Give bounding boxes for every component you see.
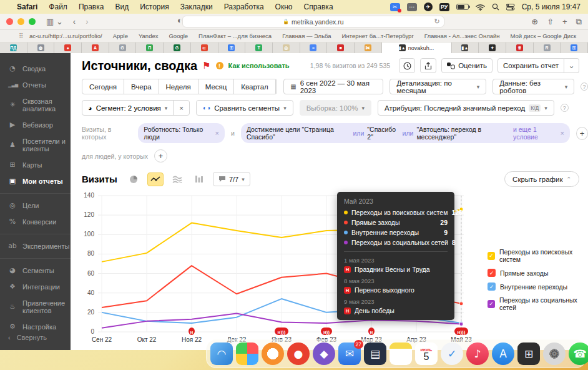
browser-tab[interactable]: ◎ bbox=[273, 42, 300, 53]
dock-app-store-icon[interactable]: A bbox=[492, 342, 514, 365]
legend-checkbox[interactable]: ✓ bbox=[488, 282, 496, 291]
browser-tab[interactable]: ▮▲ bbox=[452, 42, 479, 53]
pie-chart-type-icon[interactable] bbox=[125, 172, 142, 186]
bookmark-item[interactable]: Главная - Ал...знес Онлайн bbox=[424, 32, 500, 39]
dock-calculator-icon[interactable]: ⊞ bbox=[517, 342, 540, 365]
period-месяц[interactable]: Месяц bbox=[198, 79, 235, 94]
menu-item[interactable]: Справка bbox=[298, 2, 338, 11]
dock-finder-icon[interactable]: ◠ bbox=[210, 342, 233, 365]
sidebar-item-посетители-и-клиенты[interactable]: ♟Посетители и клиенты bbox=[0, 133, 71, 157]
address-bar[interactable]: 🔒 metrika.yandex.ru ↻ bbox=[182, 16, 444, 28]
input-language-indicator[interactable]: РУ bbox=[439, 3, 449, 11]
legend-checkbox[interactable]: ✓ bbox=[488, 252, 495, 260]
sidebar-toggle-icon[interactable]: ▥ ⌄ bbox=[44, 17, 65, 26]
dock-app-dark-icon[interactable]: ▤ bbox=[364, 342, 386, 365]
period-сегодня[interactable]: Сегодня bbox=[82, 79, 124, 94]
history-button[interactable] bbox=[399, 58, 415, 73]
menu-item[interactable]: Правка bbox=[73, 2, 110, 11]
back-button[interactable]: ‹ bbox=[71, 17, 77, 26]
menu-item[interactable]: Окно bbox=[270, 2, 298, 11]
browser-tab[interactable]: ⊂ bbox=[191, 42, 218, 53]
attribution-info-icon[interactable]: ? bbox=[561, 104, 569, 112]
bar-chart-type-icon[interactable] bbox=[191, 172, 207, 186]
bookmark-item[interactable]: Главная — Эльба bbox=[282, 32, 331, 39]
browser-tab[interactable]: А bbox=[82, 42, 109, 53]
sidebar-item-карты[interactable]: ⊞Карты bbox=[0, 157, 71, 173]
detail-dropdown[interactable]: Детализация: по месяцам▾ bbox=[390, 79, 486, 94]
hide-graph-button[interactable]: Скрыть график ⌃ bbox=[504, 171, 579, 187]
sidebar-item-вебвизор[interactable]: ▶Вебвизор bbox=[0, 117, 71, 133]
new-tab-button[interactable]: + bbox=[562, 17, 567, 26]
menu-item[interactable]: Файл bbox=[43, 2, 73, 11]
area-chart-type-icon[interactable] bbox=[169, 172, 185, 186]
dock-things-icon[interactable]: ✓ bbox=[441, 342, 463, 365]
favorites-grid-icon[interactable]: ⠿ bbox=[19, 32, 23, 39]
dock-notes-icon[interactable]: ≡ bbox=[390, 342, 412, 365]
how-to-use-link[interactable]: Как использовать bbox=[228, 62, 290, 69]
menu-item[interactable]: История bbox=[134, 2, 175, 11]
period-вчера[interactable]: Вчера bbox=[124, 79, 159, 94]
annotations-dropdown[interactable]: 7/7 ▾ bbox=[213, 172, 250, 186]
menu-item[interactable]: Разработка bbox=[218, 2, 270, 11]
dock-music-icon[interactable]: ♪ bbox=[466, 342, 489, 365]
privacy-shield-icon[interactable]: ◐ bbox=[177, 16, 182, 28]
add-visit-condition-button[interactable]: + bbox=[576, 127, 588, 140]
wifi-icon[interactable] bbox=[476, 4, 485, 11]
period-год[interactable]: Год bbox=[276, 79, 277, 94]
bookmark-flag-icon[interactable]: ⚑ bbox=[202, 60, 210, 71]
sidebar-item-эксперименты[interactable]: abЭксперименты bbox=[0, 238, 71, 254]
telegram-status-icon[interactable]: ✈ bbox=[424, 2, 433, 11]
downloads-icon[interactable]: ⊕ bbox=[531, 17, 538, 26]
bookmark-item[interactable]: Yandex bbox=[139, 32, 159, 39]
display-status-icon[interactable]: ⋯ bbox=[407, 3, 417, 11]
dock-launchpad-icon[interactable] bbox=[236, 342, 258, 365]
menu-bar-clock[interactable]: Ср, 5 июля 19:47 bbox=[522, 2, 581, 11]
data-mode-help-icon[interactable]: ? bbox=[581, 82, 588, 91]
active-tab[interactable]: ▮▲novakuh... bbox=[382, 42, 452, 53]
window-controls[interactable] bbox=[6, 18, 36, 25]
browser-tab[interactable]: ≡ bbox=[300, 42, 328, 53]
browser-tab[interactable]: G bbox=[109, 42, 137, 53]
legend-item[interactable]: ✓Переходы из поисковых систем bbox=[488, 248, 588, 263]
dock-app-red-icon[interactable]: ● bbox=[287, 342, 310, 365]
browser-tab[interactable]: ■ bbox=[327, 42, 355, 53]
period-квартал[interactable]: Квартал bbox=[234, 79, 275, 94]
legend-item[interactable]: ✓Внутренние переходы bbox=[488, 282, 588, 291]
browser-tab[interactable]: ✦ bbox=[479, 42, 506, 53]
segment-dropdown[interactable]: ◕ Сегмент: 2 условия▾ bbox=[82, 101, 173, 115]
browser-tab[interactable]: ⚿ bbox=[218, 42, 246, 53]
control-center-icon[interactable] bbox=[506, 4, 515, 11]
reload-icon[interactable]: ↻ bbox=[434, 18, 440, 26]
robots-filter-chip[interactable]: Роботность: Только люди × bbox=[138, 123, 225, 143]
browser-tab[interactable]: ● bbox=[54, 42, 82, 53]
sampling-dropdown[interactable]: Выборка: 100%▾ bbox=[300, 100, 371, 116]
browser-tab[interactable]: G bbox=[164, 42, 191, 53]
close-window-button[interactable] bbox=[6, 18, 13, 25]
chip-close-icon[interactable]: × bbox=[561, 129, 564, 137]
minimize-window-button[interactable] bbox=[17, 18, 24, 25]
sidebar-item-цели[interactable]: ◎Цели bbox=[0, 198, 71, 214]
add-people-condition-button[interactable]: + bbox=[154, 149, 167, 162]
rate-button[interactable]: Оценить bbox=[441, 58, 492, 73]
sidebar-item-сквозная-аналитика[interactable]: ✳Сквозная аналитика bbox=[0, 93, 71, 117]
sidebar-item-сегменты[interactable]: ◕Сегменты bbox=[0, 262, 71, 279]
browser-tab[interactable]: ПД bbox=[0, 42, 27, 53]
sidebar-item-конверсии[interactable]: %Конверсии bbox=[0, 214, 71, 230]
app-status-icon[interactable]: ✂ bbox=[390, 3, 400, 11]
menu-item[interactable]: Вид bbox=[109, 2, 134, 11]
save-report-chevron[interactable]: ⌄ bbox=[564, 58, 579, 73]
browser-tab[interactable]: T bbox=[245, 42, 273, 53]
sidebar-item-привлечение-клиентов[interactable]: ♨Привлечение клиентов bbox=[0, 295, 71, 319]
period-неделя[interactable]: Неделя bbox=[159, 79, 198, 94]
legend-checkbox[interactable]: ✓ bbox=[488, 269, 496, 277]
legend-item[interactable]: ✓Прямые заходы bbox=[488, 269, 588, 277]
bookmark-item[interactable]: Google bbox=[169, 32, 188, 39]
sidebar-item-мои-отчеты[interactable]: ▣Мои отчеты bbox=[0, 173, 71, 189]
bookmark-item[interactable]: Интернет ба...т-Петербург bbox=[342, 32, 414, 39]
browser-tab[interactable]: R bbox=[534, 42, 561, 53]
sidebar-item-настройка[interactable]: ⚙Настройка bbox=[0, 319, 71, 335]
zoom-window-button[interactable] bbox=[29, 18, 36, 25]
browser-tab[interactable]: П bbox=[136, 42, 164, 53]
sidebar-collapse-button[interactable]: ‹Свернуть bbox=[8, 334, 47, 341]
browser-tab[interactable]: ◍ bbox=[27, 42, 55, 53]
